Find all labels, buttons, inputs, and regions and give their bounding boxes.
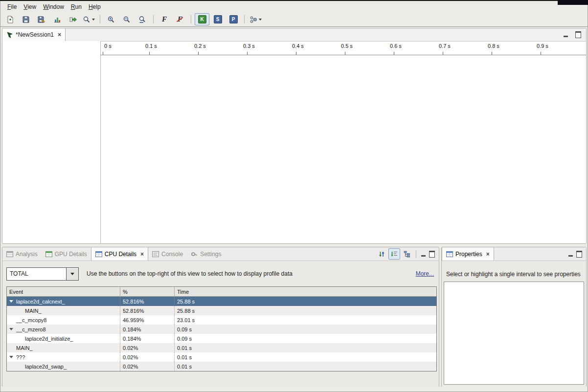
analysis-button[interactable]: [248, 13, 263, 25]
console-tab-icon: [152, 251, 159, 257]
maximize-icon: [576, 251, 582, 258]
menu-file[interactable]: File: [4, 2, 20, 12]
tab-analysis[interactable]: Analysis: [2, 247, 42, 261]
save-button[interactable]: [19, 13, 33, 25]
ruler-tick: [247, 52, 248, 55]
table-row[interactable]: __c_mzero8 0.184% 0.09 s: [7, 325, 436, 334]
tree-expand-arrow[interactable]: [9, 300, 13, 303]
maximize-button[interactable]: [428, 251, 436, 258]
menu-help[interactable]: Help: [85, 2, 104, 12]
close-icon[interactable]: [140, 251, 144, 257]
ruler-tick-label: 0.1 s: [145, 43, 157, 49]
event-time: 0.09 s: [175, 325, 436, 334]
timeline-row-names-column: [2, 41, 100, 243]
export-button[interactable]: [66, 13, 80, 25]
marker-button[interactable]: F: [157, 13, 172, 25]
maximize-button[interactable]: [574, 31, 582, 38]
table-row[interactable]: MAIN_ 52.816% 25.88 s: [7, 306, 436, 315]
top-down-view-button[interactable]: [388, 248, 400, 260]
menu-view[interactable]: View: [20, 2, 40, 12]
tab-console[interactable]: Console: [148, 247, 187, 261]
table-row[interactable]: MAIN_ 0.02% 0.01 s: [7, 343, 436, 352]
column-header-time[interactable]: Time: [175, 287, 436, 296]
gpu-details-tab-icon: [45, 251, 52, 257]
ruler-tick: [149, 52, 150, 55]
new-session-button[interactable]: [3, 13, 18, 25]
main-toolbar: F F K S P: [0, 12, 588, 27]
close-icon[interactable]: [58, 32, 61, 38]
tab-console-label: Console: [161, 251, 183, 258]
maximize-button[interactable]: [575, 251, 583, 258]
event-percent: 46.959%: [120, 315, 175, 325]
scope-select-button[interactable]: [66, 267, 79, 281]
chart-icon: [53, 16, 61, 23]
tab-gpu-details[interactable]: GPU Details: [42, 247, 91, 261]
table-row[interactable]: laplace2d_initialize_ 0.184% 0.09 s: [7, 334, 436, 343]
ruler-tick: [394, 52, 394, 55]
process-timeline-button[interactable]: P: [226, 13, 241, 25]
ruler-tick-label: 0.3 s: [243, 43, 255, 49]
table-row[interactable]: laplace2d_swap_ 0.02% 0.01 s: [7, 362, 436, 371]
timeline-ruler[interactable]: 0 s 0.1 s 0.2 s 0.3 s 0.4 s 0.5 s 0.6 s …: [100, 41, 586, 55]
marker-clear-button[interactable]: F: [173, 13, 187, 25]
tab-cpu-details-label: CPU Details: [105, 251, 136, 258]
session-icon: [6, 31, 13, 38]
details-tabbar: Analysis GPU Details CPU Details Console: [2, 247, 439, 261]
tree-expand-arrow[interactable]: [9, 356, 13, 358]
kernel-timeline-button[interactable]: K: [195, 13, 209, 25]
ruler-tick: [345, 52, 345, 55]
timeline-editor-panel: *NewSession1 0 s 0.1 s 0.2 s 0.3 s 0.4 s…: [2, 28, 587, 244]
timeline-canvas[interactable]: [101, 55, 586, 243]
close-icon[interactable]: [486, 251, 490, 257]
toolbar-separator: [191, 15, 191, 23]
ruler-tick: [541, 52, 541, 55]
event-percent: 0.02%: [120, 352, 175, 362]
tab-properties[interactable]: Properties: [442, 247, 494, 261]
export-icon: [69, 16, 77, 23]
zoom-out-button[interactable]: [119, 13, 134, 25]
tab-settings-label: Settings: [200, 251, 221, 258]
session-tab[interactable]: *NewSession1: [2, 28, 66, 41]
chart-button[interactable]: [50, 13, 65, 25]
event-name: ???: [16, 354, 25, 360]
column-header-percent[interactable]: %: [120, 287, 175, 296]
stream-timeline-button[interactable]: S: [210, 13, 225, 25]
event-percent: 52.816%: [120, 306, 175, 315]
event-percent: 0.02%: [120, 362, 175, 371]
table-row[interactable]: laplace2d_calcnext_ 52.816% 25.88 s: [7, 297, 436, 306]
scope-select[interactable]: TOTAL: [6, 267, 79, 281]
bottom-up-view-button[interactable]: [401, 248, 413, 260]
chevron-down-icon: [92, 19, 95, 21]
minimize-icon: [568, 255, 573, 257]
scope-select-value: TOTAL: [6, 267, 67, 281]
ruler-tick-label: 0.2 s: [194, 43, 206, 49]
save-all-button[interactable]: [34, 13, 49, 25]
column-header-event[interactable]: Event: [7, 287, 120, 296]
tab-cpu-details[interactable]: CPU Details: [91, 247, 148, 261]
menu-run[interactable]: Run: [68, 2, 85, 12]
event-percent: 0.02%: [120, 343, 175, 352]
flat-profile-view-button[interactable]: [376, 248, 387, 260]
event-name: laplace2d_swap_: [25, 364, 67, 370]
minimize-button[interactable]: [566, 251, 574, 258]
table-row[interactable]: ??? 0.02% 0.01 s: [7, 352, 436, 362]
ruler-tick: [492, 52, 492, 55]
search-button[interactable]: [81, 13, 96, 25]
zoom-in-button[interactable]: [104, 13, 118, 25]
ruler-tick: [103, 52, 103, 55]
tab-settings[interactable]: Settings: [187, 247, 225, 261]
table-row[interactable]: __c_mcopy8 46.959% 23.01 s: [7, 315, 436, 325]
minimize-button[interactable]: [562, 31, 569, 38]
more-link[interactable]: More...: [416, 270, 434, 277]
maximize-icon: [575, 31, 581, 38]
tab-analysis-label: Analysis: [16, 251, 38, 258]
zoom-fit-icon: [138, 16, 146, 23]
menu-window[interactable]: Window: [40, 2, 68, 12]
minimize-button[interactable]: [419, 251, 427, 258]
zoom-fit-button[interactable]: [135, 13, 150, 25]
toolbar-separator: [244, 15, 245, 23]
ruler-tick-label: 0.5 s: [341, 43, 353, 49]
chevron-down-icon: [259, 19, 262, 21]
tree-expand-arrow[interactable]: [9, 328, 13, 330]
event-time: 23.01 s: [175, 315, 436, 325]
